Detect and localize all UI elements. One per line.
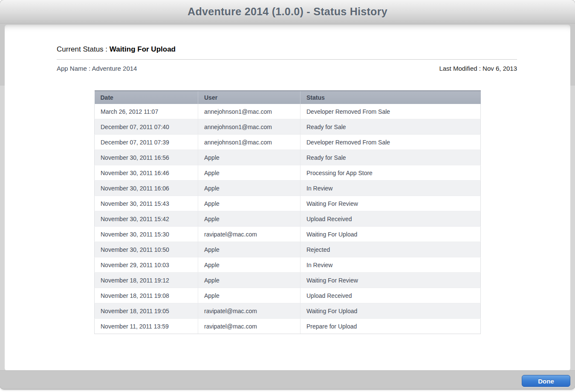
done-button[interactable]: Done	[522, 375, 570, 387]
cell-status: Waiting For Upload	[301, 227, 481, 242]
table-row: November 30, 2011 16:56AppleReady for Sa…	[95, 150, 481, 165]
table-row: November 30, 2011 16:46AppleProcessing f…	[95, 165, 481, 181]
current-status-value: Waiting For Upload	[110, 45, 176, 53]
cell-status: In Review	[301, 181, 481, 196]
cell-user: Apple	[198, 242, 301, 257]
cell-user: annejohnson1@mac.com	[198, 119, 301, 135]
table-header: Date User Status	[95, 91, 481, 104]
cell-date: March 26, 2012 11:07	[95, 104, 198, 119]
table-row: November 30, 2011 15:42AppleUpload Recei…	[95, 211, 481, 227]
cell-date: November 30, 2011 16:46	[95, 165, 198, 181]
table-row: December 07, 2011 07:40annejohnson1@mac.…	[95, 119, 481, 135]
last-modified-label: Last Modified :	[439, 65, 483, 72]
cell-date: November 18, 2011 19:08	[95, 288, 198, 303]
table-row: November 18, 2011 19:08AppleUpload Recei…	[95, 288, 481, 303]
table-row: November 30, 2011 10:50AppleRejected	[95, 242, 481, 257]
cell-date: November 30, 2011 15:42	[95, 211, 198, 227]
cell-user: Apple	[198, 257, 301, 273]
cell-user: Apple	[198, 196, 301, 211]
table-row: November 18, 2011 19:05ravipatel@mac.com…	[95, 303, 481, 319]
cell-date: November 30, 2011 15:30	[95, 227, 198, 242]
dialog-titlebar: Adventure 2014 (1.0.0) - Status History	[0, 0, 575, 24]
table-body: March 26, 2012 11:07annejohnson1@mac.com…	[95, 104, 481, 334]
cell-user: ravipatel@mac.com	[198, 319, 301, 334]
status-history-table: Date User Status March 26, 2012 11:07ann…	[94, 90, 481, 334]
cell-user: annejohnson1@mac.com	[198, 135, 301, 150]
app-name: App Name : Adventure 2014	[57, 65, 137, 72]
cell-user: annejohnson1@mac.com	[198, 104, 301, 119]
cell-date: November 30, 2011 16:56	[95, 150, 198, 165]
dialog-title: Adventure 2014 (1.0.0) - Status History	[188, 6, 387, 18]
table-row: November 11, 2011 13:59ravipatel@mac.com…	[95, 319, 481, 334]
table-row: November 18, 2011 19:12AppleWaiting For …	[95, 273, 481, 288]
cell-status: Waiting For Review	[301, 273, 481, 288]
cell-date: November 30, 2011 10:50	[95, 242, 198, 257]
column-header-user: User	[198, 91, 301, 104]
table-row: November 30, 2011 15:30ravipatel@mac.com…	[95, 227, 481, 242]
current-status-label: Current Status :	[57, 45, 110, 53]
content-panel: Current Status : Waiting For Upload App …	[5, 25, 570, 371]
table-row: November 30, 2011 15:43AppleWaiting For …	[95, 196, 481, 211]
cell-date: December 07, 2011 07:40	[95, 119, 198, 135]
table-row: December 07, 2011 07:39annejohnson1@mac.…	[95, 135, 481, 150]
cell-status: Ready for Sale	[301, 150, 481, 165]
cell-date: November 11, 2011 13:59	[95, 319, 198, 334]
cell-status: In Review	[301, 257, 481, 273]
screen: Adventure 2014 (1.0.0) - Status History …	[0, 0, 575, 392]
meta-row: App Name : Adventure 2014 Last Modified …	[57, 65, 517, 72]
cell-user: Apple	[198, 288, 301, 303]
cell-user: Apple	[198, 211, 301, 227]
column-header-date: Date	[95, 91, 198, 104]
column-header-status: Status	[301, 91, 481, 104]
current-status-line: Current Status : Waiting For Upload	[57, 45, 517, 60]
status-history-dialog: Adventure 2014 (1.0.0) - Status History …	[0, 0, 575, 389]
cell-status: Developer Removed From Sale	[301, 104, 481, 119]
cell-status: Processing for App Store	[301, 165, 481, 181]
app-name-label: App Name :	[57, 65, 92, 72]
cell-date: November 29, 2011 10:03	[95, 257, 198, 273]
cell-user: Apple	[198, 273, 301, 288]
last-modified-value: Nov 6, 2013	[483, 65, 517, 72]
dialog-body-gutter: Current Status : Waiting For Upload App …	[0, 24, 575, 371]
last-modified: Last Modified : Nov 6, 2013	[439, 65, 517, 72]
cell-user: Apple	[198, 181, 301, 196]
cell-status: Ready for Sale	[301, 119, 481, 135]
app-name-value: Adventure 2014	[92, 65, 137, 72]
cell-status: Developer Removed From Sale	[301, 135, 481, 150]
cell-status: Prepare for Upload	[301, 319, 481, 334]
table-row: November 29, 2011 10:03AppleIn Review	[95, 257, 481, 273]
table-row: March 26, 2012 11:07annejohnson1@mac.com…	[95, 104, 481, 119]
table-row: November 30, 2011 16:06AppleIn Review	[95, 181, 481, 196]
cell-user: ravipatel@mac.com	[198, 227, 301, 242]
cell-user: Apple	[198, 150, 301, 165]
cell-date: December 07, 2011 07:39	[95, 135, 198, 150]
cell-date: November 30, 2011 15:43	[95, 196, 198, 211]
cell-user: Apple	[198, 165, 301, 181]
cell-date: November 30, 2011 16:06	[95, 181, 198, 196]
cell-status: Upload Received	[301, 288, 481, 303]
cell-user: ravipatel@mac.com	[198, 303, 301, 319]
cell-status: Waiting For Review	[301, 196, 481, 211]
cell-date: November 18, 2011 19:12	[95, 273, 198, 288]
cell-date: November 18, 2011 19:05	[95, 303, 198, 319]
dialog-footer: Done	[0, 370, 575, 389]
cell-status: Waiting For Upload	[301, 303, 481, 319]
cell-status: Rejected	[301, 242, 481, 257]
cell-status: Upload Received	[301, 211, 481, 227]
